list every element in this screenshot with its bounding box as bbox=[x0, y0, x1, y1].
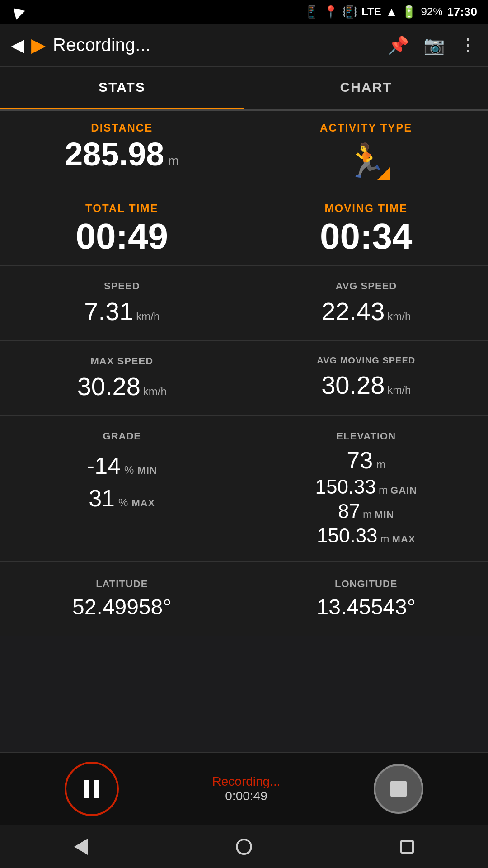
moving-time-label: MOVING TIME bbox=[325, 202, 408, 215]
max-speed-cell: MAX SPEED 30.28 km/h bbox=[0, 350, 244, 406]
nav-recents-icon bbox=[400, 840, 414, 854]
speed-value-row: 7.31 km/h bbox=[84, 297, 160, 326]
bottom-controls: Recording... 0:00:49 bbox=[0, 752, 488, 825]
distance-cell: DISTANCE 285.98 m bbox=[0, 111, 244, 191]
speed-row: SPEED 7.31 km/h AVG SPEED 22.43 km/h bbox=[0, 266, 488, 341]
elevation-gain-unit: m bbox=[379, 484, 388, 496]
avg-speed-label: AVG SPEED bbox=[335, 280, 397, 292]
grade-max-unit: % bbox=[118, 496, 128, 509]
clock: 17:30 bbox=[447, 5, 478, 19]
avg-moving-speed-value-row: 30.28 km/h bbox=[321, 370, 411, 400]
elevation-unit: m bbox=[376, 458, 385, 471]
location-icon: 📍 bbox=[324, 5, 338, 19]
grade-min-value: -14 bbox=[87, 452, 121, 479]
location-nav-icon: ▶ bbox=[31, 34, 46, 56]
pause-icon bbox=[84, 780, 99, 798]
pause-bar-right bbox=[94, 780, 99, 798]
tab-stats[interactable]: STATS bbox=[0, 67, 244, 109]
pause-button[interactable] bbox=[65, 762, 119, 816]
battery-icon: 🔋 bbox=[402, 5, 416, 19]
app-title: Recording... bbox=[53, 35, 150, 55]
activity-type-cell[interactable]: ACTIVITY TYPE 🏃 bbox=[244, 111, 488, 191]
distance-value: 285.98 bbox=[65, 138, 164, 170]
camera-button[interactable]: 📷 bbox=[423, 35, 445, 55]
grade-max-value: 31 bbox=[89, 485, 115, 512]
nav-home-icon bbox=[236, 839, 252, 855]
tab-chart[interactable]: CHART bbox=[244, 67, 488, 109]
grade-max-row: 31 % MAX bbox=[89, 485, 155, 512]
elevation-min-unit: m bbox=[363, 508, 372, 521]
distance-label: DISTANCE bbox=[91, 122, 153, 134]
phone-icon: 📱 bbox=[305, 5, 319, 19]
speed-unit: km/h bbox=[136, 310, 160, 323]
empty-space bbox=[0, 636, 488, 763]
status-bar: 📱 📍 📳 LTE ▲ 🔋 92% 17:30 bbox=[0, 0, 488, 24]
status-bar-right: 📱 📍 📳 LTE ▲ 🔋 92% 17:30 bbox=[305, 5, 477, 19]
total-time-cell: TOTAL TIME 00:49 bbox=[0, 191, 244, 265]
top-bar-title-area: ◀ ▶ Recording... bbox=[11, 34, 388, 56]
more-menu-button[interactable]: ⋮ bbox=[459, 35, 477, 55]
distance-unit: m bbox=[168, 153, 179, 169]
grade-label: GRADE bbox=[103, 430, 141, 442]
latitude-value: 52.49958° bbox=[72, 594, 171, 619]
nav-back-button[interactable] bbox=[74, 839, 88, 855]
elevation-cell: ELEVATION 73 m 150.33 m GAIN 87 m MIN 15… bbox=[244, 425, 488, 552]
status-bar-left bbox=[11, 7, 23, 17]
speed-label: SPEED bbox=[104, 280, 140, 292]
elevation-max-row: 150.33 m MAX bbox=[317, 524, 415, 547]
avg-speed-value: 22.43 bbox=[321, 297, 385, 326]
speed-cell: SPEED 7.31 km/h bbox=[0, 275, 244, 331]
total-time-value: 00:49 bbox=[75, 218, 168, 255]
vibrate-icon: 📳 bbox=[343, 5, 357, 19]
recording-info: Recording... 0:00:49 bbox=[212, 774, 281, 803]
back-button[interactable]: ◀ bbox=[11, 35, 24, 55]
avg-speed-unit: km/h bbox=[387, 310, 411, 323]
grade-max-label: MAX bbox=[131, 497, 155, 509]
latitude-cell: LATITUDE 52.49958° bbox=[0, 573, 244, 625]
elevation-gain-row: 150.33 m GAIN bbox=[315, 476, 417, 498]
max-speed-unit: km/h bbox=[143, 385, 167, 398]
pin-button[interactable]: 📌 bbox=[388, 35, 409, 55]
tabs: STATS CHART bbox=[0, 67, 488, 111]
speed-value: 7.31 bbox=[84, 297, 133, 326]
avg-speed-cell: AVG SPEED 22.43 km/h bbox=[244, 275, 488, 331]
grade-min-unit: % bbox=[124, 464, 134, 476]
activity-icon-container: 🏃 bbox=[346, 142, 386, 180]
moving-time-value: 00:34 bbox=[320, 218, 413, 255]
nav-back-icon bbox=[74, 839, 88, 855]
max-speed-value-row: 30.28 km/h bbox=[77, 372, 167, 401]
elevation-value: 73 bbox=[347, 447, 373, 474]
latitude-label: LATITUDE bbox=[96, 578, 148, 590]
top-stats-row: DISTANCE 285.98 m ACTIVITY TYPE 🏃 bbox=[0, 111, 488, 191]
stop-icon bbox=[390, 781, 407, 797]
elevation-min-row: 87 m MIN bbox=[338, 500, 394, 523]
distance-value-row: 285.98 m bbox=[65, 138, 179, 170]
total-time-label: TOTAL TIME bbox=[85, 202, 158, 215]
elevation-gain-value: 150.33 bbox=[315, 476, 376, 498]
top-bar: ◀ ▶ Recording... 📌 📷 ⋮ bbox=[0, 24, 488, 67]
signal-bars-icon: ▲ bbox=[386, 5, 398, 19]
nav-home-button[interactable] bbox=[236, 839, 252, 855]
avg-moving-speed-value: 30.28 bbox=[321, 370, 385, 400]
longitude-cell: LONGITUDE 13.45543° bbox=[244, 573, 488, 625]
time-row: TOTAL TIME 00:49 MOVING TIME 00:34 bbox=[0, 191, 488, 266]
pause-bar-left bbox=[84, 780, 89, 798]
battery-level: 92% bbox=[421, 5, 442, 18]
bottom-nav bbox=[0, 825, 488, 868]
max-speed-label: MAX SPEED bbox=[90, 355, 153, 367]
grade-min-label: MIN bbox=[137, 465, 157, 476]
nav-recents-button[interactable] bbox=[400, 840, 414, 854]
elevation-gain-label: GAIN bbox=[390, 485, 417, 496]
avg-moving-speed-cell: AVG MOVING SPEED 30.28 km/h bbox=[244, 350, 488, 406]
main-content: DISTANCE 285.98 m ACTIVITY TYPE 🏃 TOTAL … bbox=[0, 111, 488, 763]
stop-button[interactable] bbox=[374, 764, 423, 814]
elevation-main: 73 m bbox=[347, 447, 385, 474]
longitude-value: 13.45543° bbox=[317, 594, 416, 619]
elevation-max-value: 150.33 bbox=[317, 524, 378, 547]
elevation-max-label: MAX bbox=[392, 533, 416, 545]
top-bar-actions: 📌 📷 ⋮ bbox=[388, 35, 477, 55]
max-speed-value: 30.28 bbox=[77, 372, 141, 401]
gps-arrow-icon bbox=[9, 4, 25, 19]
signal-label: LTE bbox=[361, 5, 381, 18]
grade-min-row: -14 % MIN bbox=[87, 452, 157, 479]
